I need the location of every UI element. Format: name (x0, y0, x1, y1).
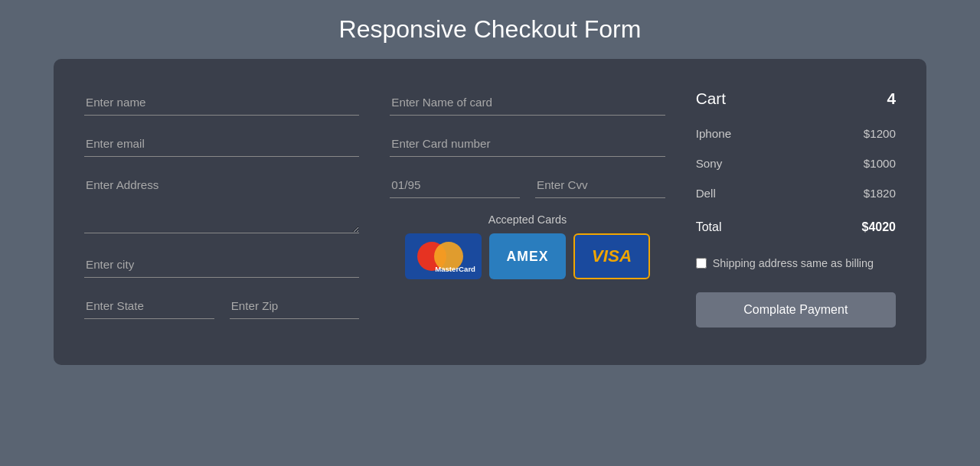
shipping-row: Shipping address same as billing (696, 257, 896, 269)
personal-info-section (84, 90, 359, 334)
cart-total-label: Total (696, 220, 722, 234)
cart-title: Cart (696, 90, 726, 108)
page-title: Responsive Checkout Form (339, 15, 642, 44)
card-name-group (390, 90, 665, 116)
address-group (84, 172, 359, 236)
address-input[interactable] (84, 172, 359, 233)
expiry-cvv-row (390, 172, 665, 198)
cart-item-sony: Sony $1000 (696, 157, 896, 170)
cart-item-dell: Dell $1820 (696, 187, 896, 200)
cards-row: MasterCard AMEX VISA (390, 233, 665, 279)
amex-icon: AMEX (489, 233, 566, 279)
cart-total-price: $4020 (861, 220, 896, 234)
accepted-cards-label: Accepted Cards (390, 213, 665, 226)
cart-item-price-iphone: $1200 (864, 127, 896, 140)
email-input[interactable] (84, 131, 359, 157)
cart-item-name-iphone: Iphone (696, 127, 731, 140)
shipping-label: Shipping address same as billing (713, 257, 874, 269)
cart-item-name-sony: Sony (696, 157, 723, 170)
state-group (84, 293, 214, 319)
zip-group (230, 293, 360, 319)
card-number-group (390, 131, 665, 157)
cvv-group (535, 172, 665, 198)
mastercard-icon: MasterCard (405, 233, 482, 279)
cart-count: 4 (887, 90, 896, 108)
expiry-input[interactable] (390, 172, 520, 198)
email-group (84, 131, 359, 157)
card-number-input[interactable] (390, 131, 665, 157)
cart-item-name-dell: Dell (696, 187, 716, 200)
cart-item-price-dell: $1820 (864, 187, 896, 200)
visa-icon: VISA (573, 233, 650, 279)
complete-payment-button[interactable]: Complate Payment (696, 292, 896, 328)
state-input[interactable] (84, 293, 214, 319)
cart-item-price-sony: $1000 (864, 157, 896, 170)
checkout-form: Accepted Cards MasterCard AMEX VISA Cart… (54, 59, 926, 365)
city-input[interactable] (84, 252, 359, 278)
zip-input[interactable] (230, 293, 360, 319)
cart-section: Cart 4 Iphone $1200 Sony $1000 Dell $182… (696, 90, 896, 334)
card-name-input[interactable] (390, 90, 665, 116)
cart-header: Cart 4 (696, 90, 896, 108)
shipping-checkbox[interactable] (696, 258, 707, 269)
name-group (84, 90, 359, 116)
name-input[interactable] (84, 90, 359, 116)
cart-total-row: Total $4020 (696, 220, 896, 234)
card-info-section: Accepted Cards MasterCard AMEX VISA (390, 90, 665, 334)
cart-item-iphone: Iphone $1200 (696, 127, 896, 140)
state-zip-row (84, 293, 359, 319)
expiry-group (390, 172, 520, 198)
city-group (84, 252, 359, 278)
cvv-input[interactable] (535, 172, 665, 198)
